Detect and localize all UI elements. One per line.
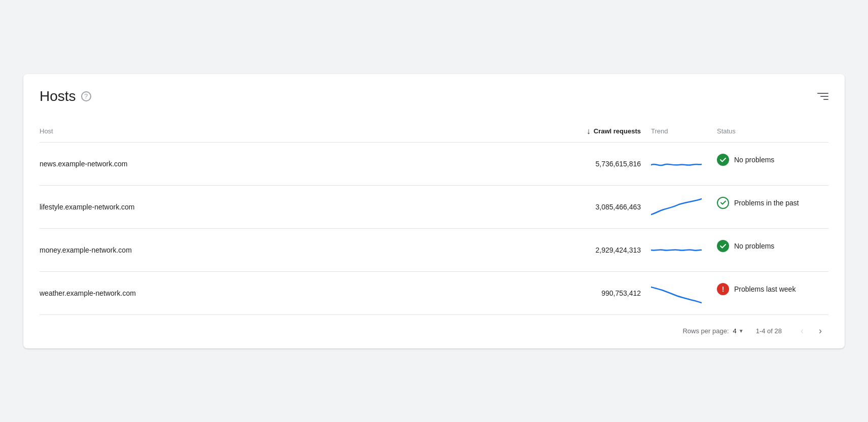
table-body: news.example-network.com 5,736,615,816 N… <box>40 142 828 314</box>
status-cell: No problems <box>717 143 828 177</box>
col-crawl-label: Crawl requests <box>594 127 641 135</box>
trend-cell <box>651 228 717 271</box>
table-row: money.example-network.com 2,929,424,313 … <box>40 228 828 271</box>
col-host: Host <box>40 121 474 143</box>
status-ok-icon <box>717 154 729 166</box>
pagination-row: Rows per page: 4 ▼ 1-4 of 28 ‹ › <box>40 314 828 348</box>
host-cell: weather.example-network.com <box>40 271 474 314</box>
filter-lines-icon <box>817 93 828 100</box>
table-row: weather.example-network.com 990,753,412 … <box>40 271 828 314</box>
hosts-table: Host ↓ Crawl requests Trend Status news.… <box>40 121 828 314</box>
prev-page-button[interactable]: ‹ <box>794 323 810 339</box>
col-crawl-requests[interactable]: ↓ Crawl requests <box>474 121 651 143</box>
trend-chart <box>651 240 702 260</box>
rows-per-page-value: 4 <box>733 327 737 335</box>
status-label: No problems <box>734 242 774 250</box>
trend-cell <box>651 271 717 314</box>
table-row: lifestyle.example-network.com 3,085,466,… <box>40 185 828 228</box>
crawl-cell: 990,753,412 <box>474 271 651 314</box>
header-left: Hosts ? <box>40 88 91 104</box>
trend-chart <box>651 283 702 303</box>
trend-cell <box>651 142 717 185</box>
next-page-button[interactable]: › <box>812 323 828 339</box>
status-error-icon: ! <box>717 283 729 295</box>
rows-select-arrow-icon: ▼ <box>739 328 744 334</box>
col-status: Status <box>717 121 828 143</box>
status-label: Problems last week <box>734 285 795 293</box>
hosts-card: Hosts ? Host ↓ Crawl requests Trend <box>23 74 845 348</box>
filter-button[interactable] <box>817 93 828 100</box>
card-header: Hosts ? <box>40 88 828 104</box>
sort-arrow-icon: ↓ <box>587 127 591 136</box>
rows-per-page-select[interactable]: 4 ▼ <box>733 327 744 335</box>
trend-chart <box>651 154 702 174</box>
status-cell: Problems in the past <box>717 186 828 220</box>
host-cell: money.example-network.com <box>40 228 474 271</box>
page-title: Hosts <box>40 88 76 104</box>
crawl-cell: 2,929,424,313 <box>474 228 651 271</box>
status-label: Problems in the past <box>734 199 799 207</box>
pagination-buttons: ‹ › <box>794 323 828 339</box>
crawl-cell: 5,736,615,816 <box>474 142 651 185</box>
trend-chart <box>651 197 702 217</box>
crawl-cell: 3,085,466,463 <box>474 185 651 228</box>
status-past-icon <box>717 197 729 209</box>
status-ok-icon <box>717 240 729 252</box>
table-row: news.example-network.com 5,736,615,816 N… <box>40 142 828 185</box>
rows-per-page: Rows per page: 4 ▼ <box>682 327 743 335</box>
host-cell: news.example-network.com <box>40 142 474 185</box>
table-header-row: Host ↓ Crawl requests Trend Status <box>40 121 828 143</box>
help-icon[interactable]: ? <box>81 91 91 101</box>
rows-per-page-label: Rows per page: <box>682 327 729 335</box>
host-cell: lifestyle.example-network.com <box>40 185 474 228</box>
page-info: 1-4 of 28 <box>756 327 782 335</box>
col-trend: Trend <box>651 121 717 143</box>
status-cell: ! Problems last week <box>717 272 828 306</box>
status-label: No problems <box>734 156 774 164</box>
status-cell: No problems <box>717 229 828 263</box>
trend-cell <box>651 185 717 228</box>
